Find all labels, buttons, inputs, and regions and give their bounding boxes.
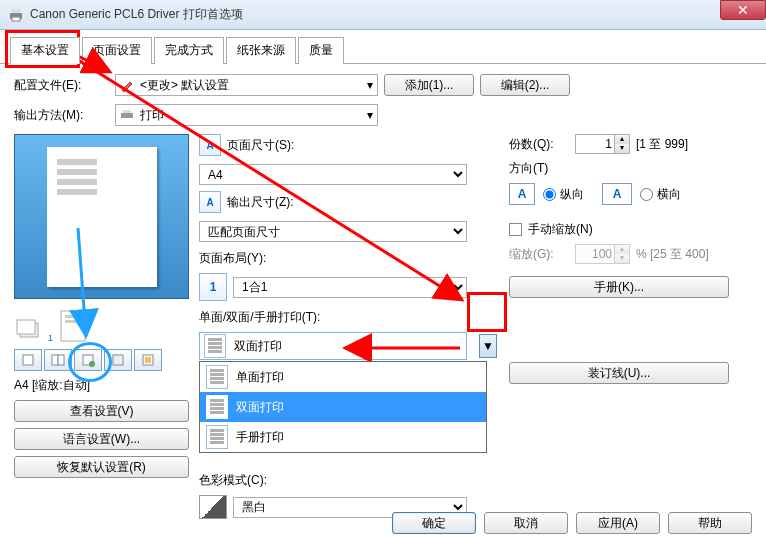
profile-label: 配置文件(E): [14, 77, 109, 94]
colormode-label: 色彩模式(C): [199, 472, 499, 489]
close-button[interactable]: ✕ [720, 0, 766, 20]
svg-rect-1 [12, 9, 20, 13]
profile-edit-button[interactable]: 编辑(2)... [480, 74, 570, 96]
profile-select[interactable]: <更改> 默认设置 ▾ [115, 74, 378, 96]
duplex-option-double[interactable]: 双面打印 [200, 392, 486, 422]
copies-input[interactable] [576, 135, 614, 153]
double-page-icon [206, 395, 228, 419]
dropdown-arrow-icon[interactable]: ▼ [479, 334, 497, 358]
layout-label: 页面布局(Y): [199, 250, 499, 267]
svg-rect-3 [121, 113, 133, 118]
preview-mode-strip [14, 349, 189, 371]
preview-pane [14, 134, 189, 299]
scale-range: % [25 至 400] [636, 246, 709, 263]
mode-btn-4[interactable] [104, 349, 132, 371]
svg-rect-15 [113, 355, 123, 365]
spinner-down[interactable]: ▼ [614, 144, 629, 153]
duplex-value: 双面打印 [234, 338, 282, 355]
svg-rect-11 [52, 355, 58, 365]
tab-basic[interactable]: 基本设置 [10, 37, 80, 64]
layout-icon: 1 [199, 273, 227, 301]
copies-spinner[interactable]: ▲▼ [575, 134, 630, 154]
printer-icon [8, 7, 24, 23]
svg-rect-2 [12, 17, 20, 21]
duplex-selected-icon [204, 334, 226, 358]
orient-label: 方向(T) [509, 160, 752, 177]
profile-value: <更改> 默认设置 [140, 77, 229, 94]
tab-finish[interactable]: 完成方式 [154, 37, 224, 64]
preview-sheet-icon [47, 147, 157, 287]
page-size-select[interactable]: A4 [199, 164, 467, 185]
tab-bar: 基本设置 页面设置 完成方式 纸张来源 质量 [0, 30, 766, 64]
colormode-icon [199, 495, 227, 519]
printer-small-icon [120, 108, 134, 122]
landscape-label: 横向 [657, 186, 681, 203]
preview-caption: A4 [缩放:自动] [14, 377, 189, 394]
page-size-label: 页面尺寸(S): [227, 137, 294, 154]
help-button[interactable]: 帮助 [668, 512, 752, 534]
manual-scale-checkbox[interactable] [509, 223, 522, 236]
portrait-icon: A [509, 183, 535, 205]
single-page-icon [206, 365, 228, 389]
svg-rect-12 [58, 355, 64, 365]
binding-button[interactable]: 装订线(U)... [509, 362, 729, 384]
tab-quality[interactable]: 质量 [298, 37, 344, 64]
landscape-icon: A [602, 183, 632, 205]
page-size-icon: A [199, 134, 221, 156]
output-size-icon: A [199, 191, 221, 213]
scale-label: 缩放(G): [509, 246, 569, 263]
output-size-select[interactable]: 匹配页面尺寸 [199, 221, 467, 242]
svg-rect-8 [65, 315, 81, 318]
output-size-label: 输出尺寸(Z): [227, 194, 294, 211]
scale-input [576, 245, 614, 263]
cancel-button[interactable]: 取消 [484, 512, 568, 534]
portrait-label: 纵向 [560, 186, 584, 203]
mode-btn-2[interactable] [44, 349, 72, 371]
title-bar: Canon Generic PCL6 Driver 打印首选项 ✕ [0, 0, 766, 30]
duplex-dropdown-list: 单面打印 双面打印 手册打印 [199, 361, 487, 453]
profile-add-button[interactable]: 添加(1)... [384, 74, 474, 96]
language-button[interactable]: 语言设置(W)... [14, 428, 189, 450]
window-title: Canon Generic PCL6 Driver 打印首选项 [30, 6, 243, 23]
output-label: 输出方法(M): [14, 107, 109, 124]
duplex-option-booklet[interactable]: 手册打印 [200, 422, 486, 452]
svg-point-14 [89, 361, 95, 367]
apply-button[interactable]: 应用(A) [576, 512, 660, 534]
booklet-button[interactable]: 手册(K)... [509, 276, 729, 298]
duplex-label: 单面/双面/手册打印(T): [199, 309, 499, 326]
scale-spinner: ▲▼ [575, 244, 630, 264]
stack-icon [14, 313, 44, 343]
mode-btn-5[interactable] [134, 349, 162, 371]
manual-scale-label: 手动缩放(N) [528, 221, 593, 238]
svg-rect-10 [23, 355, 33, 365]
tab-source[interactable]: 纸张来源 [226, 37, 296, 64]
landscape-radio[interactable] [640, 188, 653, 201]
spinner-up[interactable]: ▲ [614, 135, 629, 144]
duplex-select[interactable]: 双面打印 ▼ [199, 332, 467, 360]
tab-page[interactable]: 页面设置 [82, 37, 152, 64]
svg-rect-4 [123, 110, 131, 113]
ok-button[interactable]: 确定 [392, 512, 476, 534]
svg-rect-9 [65, 320, 81, 323]
duplex-option-single[interactable]: 单面打印 [200, 362, 486, 392]
view-settings-button[interactable]: 查看设置(V) [14, 400, 189, 422]
portrait-radio[interactable] [543, 188, 556, 201]
copies-range: [1 至 999] [636, 136, 688, 153]
mode-btn-3[interactable] [74, 349, 102, 371]
dialog-footer: 确定 取消 应用(A) 帮助 [392, 512, 752, 534]
copies-label: 份数(Q): [509, 136, 569, 153]
mode-btn-1[interactable] [14, 349, 42, 371]
page-icon [57, 309, 91, 343]
svg-rect-6 [17, 320, 35, 334]
output-select[interactable]: 打印 ▾ [115, 104, 378, 126]
restore-defaults-button[interactable]: 恢复默认设置(R) [14, 456, 189, 478]
booklet-icon [206, 425, 228, 449]
pencil-icon [120, 78, 134, 92]
layout-select[interactable]: 1合1 [233, 277, 467, 298]
output-value: 打印 [140, 107, 164, 124]
